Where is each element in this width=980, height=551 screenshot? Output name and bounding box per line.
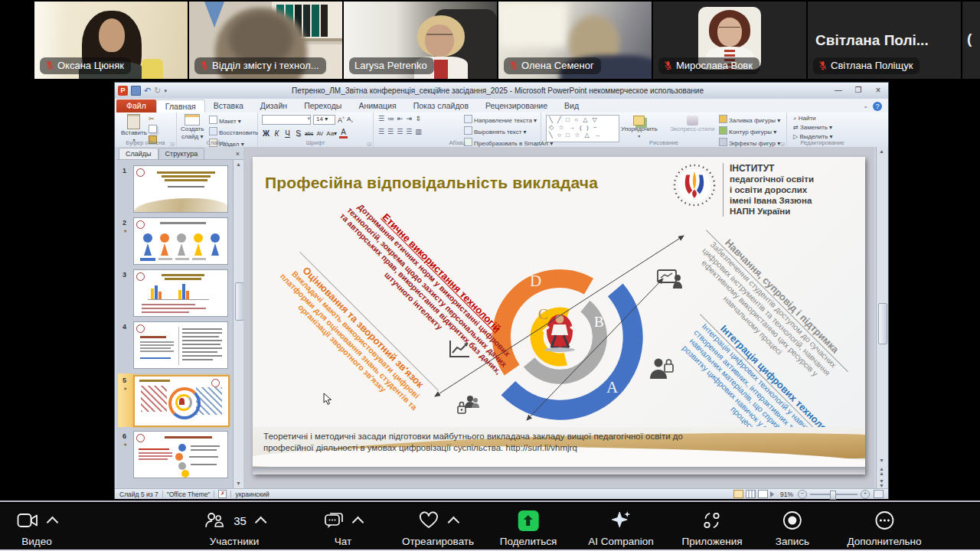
more-button[interactable]: Дополнительно (847, 508, 921, 547)
bullets-icon[interactable]: ☰ (378, 115, 387, 122)
shadow-button[interactable]: S (294, 129, 302, 138)
columns-icon[interactable]: ▥ (415, 128, 425, 135)
video-tile[interactable]: Оксана Цюняк (34, 2, 188, 79)
scroll-up-icon[interactable]: ▲ (234, 160, 243, 169)
tab-review[interactable]: Рецензирование (477, 99, 556, 112)
font-size-select[interactable]: 14 ▾ (313, 115, 335, 125)
font-color-button[interactable]: А (339, 128, 348, 139)
slide-scrollbar-thumb[interactable] (878, 303, 887, 344)
institute-logo[interactable]: ІНСТИТУТ педагогічної освіти і освіти до… (672, 163, 814, 217)
numbering-icon[interactable]: ≔ (387, 115, 397, 122)
shape-outline-button[interactable]: Контур фигуры ▾ (719, 126, 780, 136)
scroll-down-icon[interactable]: ▼ (877, 456, 887, 465)
panel-tab-slides[interactable]: Слайды (119, 148, 158, 159)
align-left-icon[interactable]: ☰ (378, 128, 387, 135)
tab-design[interactable]: Дизайн (252, 99, 296, 112)
video-tile[interactable]: Відділ змісту і технол... (189, 2, 342, 79)
bold-button[interactable]: Ж (262, 129, 270, 138)
tab-animations[interactable]: Анимация (350, 99, 404, 112)
slide-thumbnail-4[interactable] (133, 321, 228, 369)
align-right-icon[interactable]: ☰ (397, 128, 406, 135)
reactions-button[interactable]: Отреагировать (402, 508, 474, 547)
justify-icon[interactable]: ☰ (406, 128, 415, 135)
video-tile[interactable]: Світлана Полі... Світлана Поліщук (808, 2, 961, 79)
drawing-dialog-launcher-icon[interactable]: ◲ (780, 141, 785, 146)
slide-thumbnail-1[interactable] (133, 165, 228, 213)
change-case-button[interactable]: Aa▾ (326, 130, 337, 137)
tab-file[interactable]: Файл (116, 99, 156, 112)
video-tile[interactable]: Олена Семеног (498, 2, 652, 79)
zoom-slider-thumb[interactable] (830, 491, 836, 500)
char-spacing-button[interactable]: AV (315, 131, 324, 136)
slide-footer-text[interactable]: Теоретичні і методичні засади підготовки… (263, 431, 700, 454)
language-indicator[interactable]: украинский (235, 491, 269, 498)
arrange-button[interactable]: Упорядочить ▾ (621, 116, 658, 139)
font-dialog-launcher-icon[interactable]: ◲ (367, 141, 371, 146)
slide-thumbnail-2[interactable] (133, 217, 228, 265)
previous-slide-icon[interactable]: ▲▲ (877, 467, 887, 476)
scroll-up-icon[interactable]: ▲ (877, 147, 887, 156)
grow-font-icon[interactable]: A˄ (338, 116, 345, 124)
align-center-icon[interactable]: ☰ (387, 128, 397, 135)
replace-button[interactable]: ⇄ Заменить ▾ (793, 124, 833, 132)
panel-tab-outline[interactable]: Структура (158, 148, 205, 159)
tab-transitions[interactable]: Переходы (296, 99, 350, 112)
tab-view[interactable]: Вид (556, 99, 587, 112)
strikethrough-button[interactable]: abc (305, 131, 313, 136)
paragraph-dialog-launcher-icon[interactable]: ◲ (534, 141, 539, 146)
participants-options-chevron-icon[interactable] (255, 516, 267, 528)
slide-scrollbar[interactable]: ▲ ▼ ▲▲ ▼▼ (876, 147, 887, 488)
indent-icons[interactable]: ⇤⇥ (397, 115, 415, 122)
slide-canvas[interactable]: Професійна відповідальність викладача ІН… (253, 157, 865, 474)
video-tile[interactable]: Мирослава Вовк (653, 2, 806, 79)
fit-to-window-icon[interactable] (874, 490, 884, 498)
undo-icon[interactable]: ↶ (144, 86, 151, 96)
font-name-select[interactable]: ▾ (262, 115, 311, 125)
record-button[interactable]: Запись (776, 508, 809, 547)
chat-options-chevron-icon[interactable] (352, 516, 364, 528)
zoom-in-icon[interactable]: + (861, 490, 870, 499)
reset-button[interactable]: Восстановить (209, 127, 258, 137)
underline-button[interactable]: Ч (283, 129, 292, 138)
text-direction-button[interactable]: Направление текста ▾ (464, 115, 553, 125)
collapse-ribbon-icon[interactable]: ⌃ (858, 106, 873, 112)
quick-styles-button[interactable]: Экспресс-стили (670, 116, 715, 133)
help-icon[interactable]: ? (873, 102, 882, 111)
layout-button[interactable]: Макет ▾ (209, 116, 258, 126)
slide-title[interactable]: Професійна відповідальність викладача (265, 174, 598, 192)
apps-button[interactable]: Приложения (682, 508, 743, 547)
save-icon[interactable] (131, 86, 141, 96)
ai-companion-button[interactable]: AI Companion (588, 508, 654, 547)
cut-icon[interactable]: ✂ (149, 115, 158, 122)
video-button[interactable]: Видео (17, 508, 57, 547)
zoom-out-icon[interactable]: − (798, 490, 807, 499)
minimize-button[interactable]: — (828, 85, 848, 96)
view-reading-icon[interactable] (758, 490, 768, 498)
view-normal-icon[interactable] (733, 490, 743, 498)
shape-fill-button[interactable]: Заливка фигуры ▾ (719, 115, 780, 125)
align-text-button[interactable]: Выровнять текст ▾ (464, 126, 553, 136)
find-button[interactable]: ⌕ Найти (793, 115, 833, 122)
scroll-down-icon[interactable]: ▼ (234, 479, 243, 488)
reactions-options-chevron-icon[interactable] (448, 516, 460, 528)
new-slide-button[interactable]: Создать слайд ▾ (181, 114, 204, 141)
video-options-chevron-icon[interactable] (47, 516, 59, 528)
restore-button[interactable]: ❐ (848, 85, 868, 96)
participants-button[interactable]: 35 Участники (204, 508, 265, 547)
redo-icon[interactable]: ↻ (154, 86, 161, 96)
share-screen-button[interactable]: Поделиться (500, 508, 557, 547)
spellcheck-icon[interactable]: ✗ (218, 490, 227, 498)
slide-thumbnail-6[interactable] (133, 431, 228, 478)
view-sorter-icon[interactable] (746, 490, 756, 498)
video-tile-active-speaker[interactable]: Larysa Petrenko (344, 2, 497, 79)
tab-slideshow[interactable]: Показ слайдов (405, 99, 477, 112)
clipboard-dialog-launcher-icon[interactable]: ◲ (170, 141, 175, 146)
panel-scrollbar[interactable]: ▲ ▼ (233, 160, 244, 488)
tab-home[interactable]: Главная (156, 99, 205, 112)
tab-insert[interactable]: Вставка (205, 99, 252, 112)
view-slideshow-icon[interactable] (770, 491, 774, 497)
chat-button[interactable]: Чат (324, 508, 362, 547)
shapes-gallery[interactable]: ╲ ╱ □ ○ △ ▽ ◇ ☆ → ( ) ~ ╲ ○ □ ☆ △ → (546, 115, 619, 142)
panel-close-icon[interactable]: × (232, 150, 243, 159)
line-spacing-icon[interactable]: ⇕ (415, 115, 424, 122)
